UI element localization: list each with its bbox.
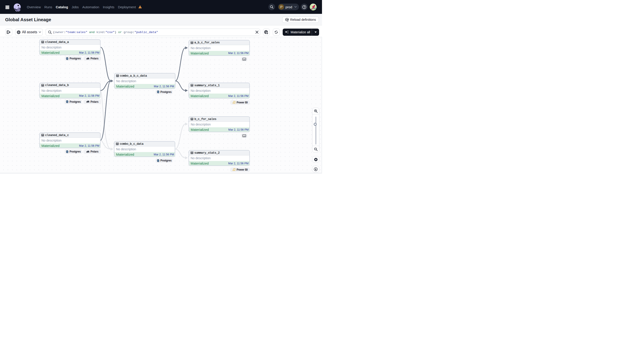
svg-text:csv: csv — [243, 135, 245, 137]
svg-text:csv: csv — [243, 58, 245, 60]
